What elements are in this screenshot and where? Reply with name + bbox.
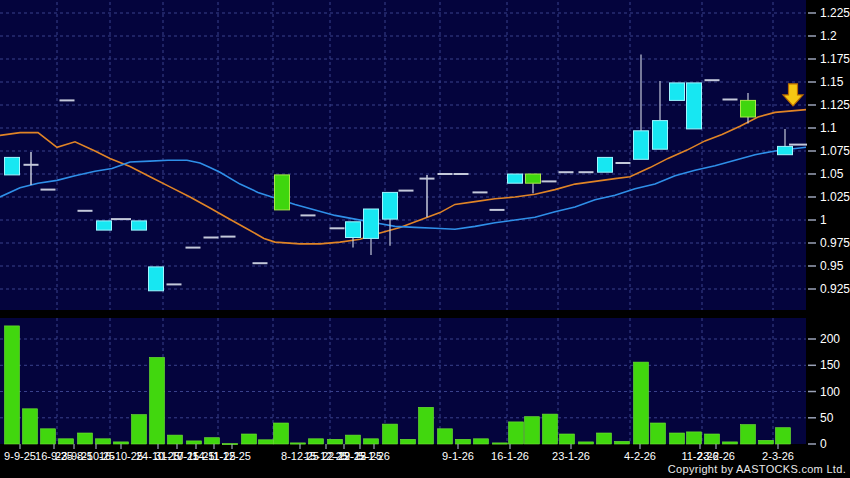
volume-bar[interactable]	[474, 439, 489, 444]
candle-body-down[interactable]	[97, 221, 112, 230]
volume-bar[interactable]	[96, 439, 111, 444]
volume-bar[interactable]	[723, 442, 738, 444]
candle-body-down[interactable]	[634, 131, 649, 160]
volume-bar[interactable]	[493, 443, 508, 444]
volume-bar[interactable]	[291, 443, 306, 444]
candle-body-down[interactable]	[687, 83, 702, 129]
volume-bar[interactable]	[597, 433, 612, 444]
volume-bar[interactable]	[419, 407, 434, 444]
candle-body-down[interactable]	[598, 157, 613, 172]
price-panel-bg	[0, 0, 806, 310]
volume-bar[interactable]	[41, 429, 56, 444]
volume-bar[interactable]	[223, 444, 238, 445]
volume-bar[interactable]	[438, 429, 453, 444]
stock-chart-window: 1.2251.21.1751.151.1251.11.0751.051.0251…	[0, 0, 850, 478]
volume-bar[interactable]	[242, 434, 257, 444]
volume-bar[interactable]	[525, 417, 540, 444]
candle-body-down[interactable]	[364, 209, 379, 238]
volume-bar[interactable]	[5, 326, 20, 444]
volume-bar[interactable]	[23, 409, 38, 444]
volume-bar[interactable]	[543, 414, 558, 444]
candle-body-down[interactable]	[5, 157, 20, 175]
candle-body-down[interactable]	[383, 192, 398, 219]
volume-bar[interactable]	[78, 433, 93, 444]
volume-bar[interactable]	[759, 440, 774, 444]
volume-bar[interactable]	[651, 423, 666, 444]
volume-bar[interactable]	[615, 441, 630, 444]
volume-panel-bg	[0, 318, 806, 444]
volume-bar[interactable]	[456, 439, 471, 444]
volume-bar[interactable]	[274, 423, 289, 444]
volume-bar[interactable]	[59, 439, 74, 444]
volume-bar[interactable]	[259, 440, 274, 444]
volume-bar[interactable]	[168, 435, 183, 444]
candle-body-up[interactable]	[526, 174, 541, 183]
candle-body-up[interactable]	[275, 175, 290, 210]
candle-body-up[interactable]	[741, 100, 756, 117]
candle-body-down[interactable]	[653, 121, 668, 150]
volume-bar[interactable]	[670, 433, 685, 444]
volume-bar[interactable]	[346, 435, 361, 444]
volume-bar[interactable]	[383, 424, 398, 444]
volume-bar[interactable]	[132, 415, 147, 444]
volume-bar[interactable]	[634, 362, 649, 444]
volume-bar[interactable]	[687, 432, 702, 444]
candle-body-down[interactable]	[132, 221, 147, 230]
candle-body-down[interactable]	[149, 267, 164, 291]
volume-bar[interactable]	[205, 438, 220, 444]
volume-bar[interactable]	[776, 428, 791, 444]
chart-canvas[interactable]	[0, 0, 850, 478]
volume-bar[interactable]	[560, 434, 575, 444]
volume-bar[interactable]	[705, 434, 720, 444]
volume-bar[interactable]	[579, 442, 594, 444]
volume-bar[interactable]	[187, 441, 202, 444]
volume-bar[interactable]	[114, 442, 129, 444]
volume-bar[interactable]	[401, 439, 416, 444]
candle-body-down[interactable]	[778, 146, 793, 154]
volume-bar[interactable]	[309, 439, 324, 444]
candle-body-down[interactable]	[508, 174, 523, 183]
candle-body-down[interactable]	[670, 83, 685, 101]
volume-bar[interactable]	[150, 357, 165, 444]
volume-bar[interactable]	[741, 425, 756, 444]
volume-bar[interactable]	[364, 439, 379, 444]
copyright-text: Copyright by AASTOCKS.com Ltd.	[668, 463, 846, 475]
volume-bar[interactable]	[509, 422, 524, 444]
volume-bar[interactable]	[328, 439, 343, 444]
candle-body-down[interactable]	[346, 222, 361, 238]
